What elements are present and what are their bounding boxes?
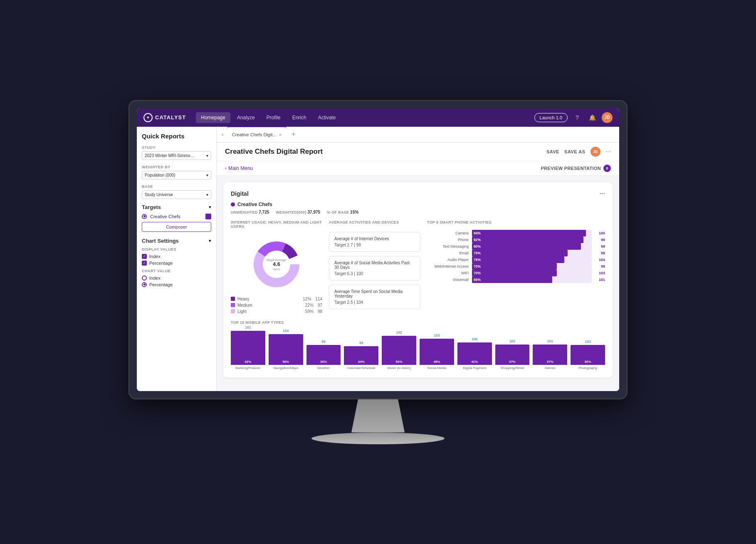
nav-link-activate[interactable]: Activate <box>313 112 341 123</box>
logo-text: CATALYST <box>155 114 186 121</box>
bar-label: Phone <box>427 238 469 242</box>
more-options-icon[interactable]: ··· <box>605 148 611 155</box>
monitor-screen: ✦ CATALYST Homepage Analyze Profile Enri… <box>137 108 619 391</box>
bar-index: 99 <box>595 244 605 249</box>
smart-bar-row: Phone 92% 99 <box>427 236 605 243</box>
display-values-label: DISPLAY VALUES <box>142 247 211 251</box>
bar-label: Web/Internet Access <box>427 264 469 268</box>
bar-track: 90% <box>472 243 592 250</box>
smart-bar-row: Email 79% 99 <box>427 250 605 256</box>
user-avatar-nav[interactable]: JD <box>602 112 613 123</box>
bar-label: Text Messaging <box>427 244 469 249</box>
legend-heavy: Heavy 12% 114 <box>231 297 322 301</box>
active-tab[interactable]: Creative Chefs Digit... × <box>227 127 287 143</box>
launch-button[interactable]: Launch 1.0 <box>534 113 568 122</box>
v-bar-pct: 36% <box>585 360 591 364</box>
v-bar-name: Social Media <box>427 366 446 370</box>
main-area: Quick Reports STUDY 2023 Winter MRI-Simm… <box>137 127 619 391</box>
chart-index-radio-item: Index <box>142 276 211 281</box>
main-menu-link[interactable]: ‹ Main Menu <box>225 165 253 171</box>
mobile-bar-col: 103 48% Social Media <box>420 333 454 370</box>
chart-settings-collapse-icon[interactable]: ▾ <box>209 238 211 244</box>
bar-pct: 70% <box>474 271 481 275</box>
v-bar-name: Navigation/Maps <box>273 366 298 370</box>
bar-track: 70% <box>472 263 592 270</box>
v-bar-index: 101 <box>245 325 251 330</box>
logo-icon: ✦ <box>143 113 153 122</box>
bar-track: 92% <box>472 236 592 243</box>
weighted-stat: WEIGHTED(000) 37,975 <box>276 210 320 214</box>
bar-fill: 90% <box>472 243 581 250</box>
nav-link-analyze[interactable]: Analyze <box>232 112 260 123</box>
tabs-bar: ‹ Creative Chefs Digit... × + <box>217 127 619 143</box>
bar-pct: 94% <box>474 231 481 235</box>
v-bar-pct: 37% <box>547 360 553 364</box>
section-title: Digital <box>231 190 249 197</box>
v-bar-name: Weather <box>317 366 330 370</box>
base-stat: % OF BASE 15% <box>327 210 358 214</box>
target-name-label: Creative Chefs <box>150 214 202 219</box>
target-radio[interactable] <box>142 214 147 219</box>
pct-checkbox[interactable]: ✓ <box>142 261 147 266</box>
mobile-bar-col: 102 37% Shopping/Retail <box>495 339 530 370</box>
bar-fill: 70% <box>472 270 557 276</box>
report-title: Creative Chefs Digital Report <box>225 148 323 156</box>
v-bar: 36% <box>306 345 341 365</box>
nav-link-profile[interactable]: Profile <box>262 112 286 123</box>
nav-right: Launch 1.0 ? 🔔 JD <box>534 112 613 123</box>
target-indicator-dot <box>231 202 235 207</box>
v-bar-pct: 41% <box>471 360 478 364</box>
mobile-bar-col: 106 41% Digital Payment <box>457 337 492 370</box>
mobile-bar-col: 104 56% Navigation/Maps <box>269 329 303 370</box>
report-actions: SAVE SAVE AS JD ··· <box>546 147 611 157</box>
mobile-bar-col: 99 36% Weather <box>306 340 341 370</box>
medium-values: 22% 97 <box>305 303 322 308</box>
mobile-bar-col: 101 37% Games <box>533 339 567 370</box>
tab-add-icon[interactable]: + <box>288 130 299 138</box>
chart-index-radio[interactable] <box>142 276 147 281</box>
targets-collapse-icon[interactable]: ▾ <box>209 204 211 210</box>
bar-fill: 70% <box>472 263 557 270</box>
composer-button[interactable]: Composer <box>142 222 211 232</box>
tab-close-icon[interactable]: × <box>279 132 282 137</box>
back-arrow-icon[interactable]: ‹ <box>222 131 224 138</box>
base-select[interactable]: Study Universe ▾ <box>142 190 211 199</box>
report-header: Creative Chefs Digital Report SAVE SAVE … <box>217 143 619 161</box>
app-container: ✦ CATALYST Homepage Analyze Profile Enri… <box>137 108 619 391</box>
bar-label: WiFi <box>427 271 469 275</box>
chart-pct-radio-item: Percentage <box>142 282 211 287</box>
v-bar-pct: 48% <box>433 360 440 364</box>
index-checkbox[interactable]: ✓ <box>142 254 147 259</box>
donut-section: INTERNET USAGE: HEAVY, MEDIUM AND LIGHT … <box>231 220 322 314</box>
mobile-bars-container: 101 62% Banking/Finance 104 56% Navigati… <box>231 329 605 370</box>
help-icon[interactable]: ? <box>572 112 583 123</box>
card-more-icon[interactable]: ··· <box>600 190 605 197</box>
smart-bar-row: WiFi 70% 103 <box>427 270 605 276</box>
notification-icon[interactable]: 🔔 <box>587 112 598 123</box>
heavy-values: 12% 114 <box>303 297 322 301</box>
save-button[interactable]: SAVE <box>546 149 559 154</box>
preview-presentation-button[interactable]: PREVIEW PRESENTATION 0 <box>541 165 611 172</box>
bar-track: 76% <box>472 256 592 263</box>
bar-label: Email <box>427 251 469 255</box>
study-select[interactable]: 2023 Winter MRI-Simmo... ▾ <box>142 151 211 160</box>
monitor-stand-neck <box>345 399 411 433</box>
mobile-apps-label: TOP 10 MOBILE APP TYPES <box>231 320 605 325</box>
save-as-button[interactable]: SAVE AS <box>564 149 586 154</box>
v-bar-pct: 34% <box>358 360 365 364</box>
v-bar-name: Calendar/Schedule <box>347 366 376 370</box>
nav-logo: ✦ CATALYST <box>143 113 186 122</box>
chart-pct-radio[interactable] <box>142 282 147 287</box>
svg-text:hours: hours <box>273 268 280 271</box>
weighted-select[interactable]: Population (000) ▾ <box>142 171 211 180</box>
target-indicator-name: Creative Chefs <box>237 202 272 207</box>
nav-link-enrich[interactable]: Enrich <box>287 112 311 123</box>
nav-link-homepage[interactable]: Homepage <box>196 112 230 123</box>
avg-devices-card: Average # of Internet Devices Target 2.7… <box>329 232 420 252</box>
v-bar-pct: 56% <box>282 360 289 364</box>
smart-bars-container: Camera 94% 100 Phone 92% 99 Text Messagi… <box>427 230 605 283</box>
bar-index: 99 <box>595 264 605 268</box>
donut-section-label: INTERNET USAGE: HEAVY, MEDIUM AND LIGHT … <box>231 220 322 229</box>
index-checkbox-label: Index <box>149 254 161 259</box>
v-bar-index: 102 <box>396 330 402 335</box>
